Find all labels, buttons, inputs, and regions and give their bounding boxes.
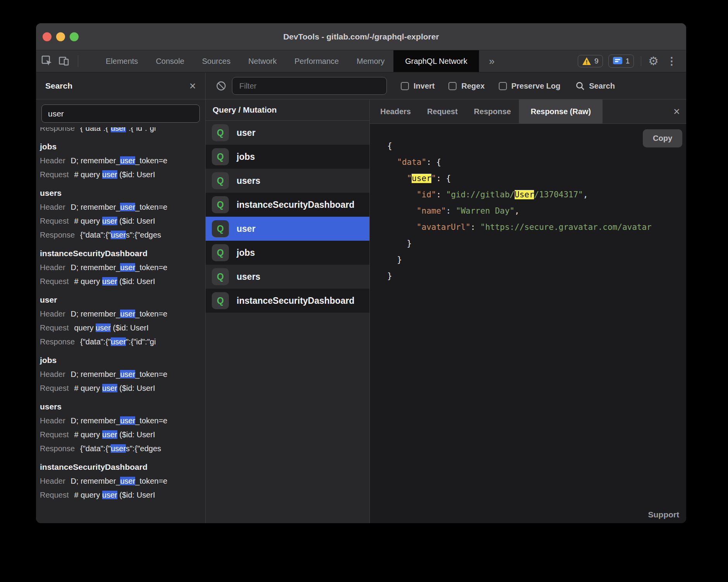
match-highlight: user <box>111 337 126 346</box>
query-row-users[interactable]: Qusers <box>206 169 369 193</box>
search-result-group: instanceSecurityDashboardHeaderD; rememb… <box>40 246 205 288</box>
zoom-window-button[interactable] <box>70 32 79 41</box>
query-row-users[interactable]: Qusers <box>206 265 369 289</box>
minimize-window-button[interactable] <box>56 32 65 41</box>
tab-sources[interactable]: Sources <box>193 50 239 72</box>
regex-checkbox[interactable] <box>448 82 457 90</box>
tab-console[interactable]: Console <box>147 50 193 72</box>
json-line: } <box>387 252 686 268</box>
result-group-title[interactable]: jobs <box>40 140 205 154</box>
search-result-line[interactable]: Request# query user ($id: UserI <box>40 428 205 442</box>
search-result-line[interactable]: HeaderD; remember_user_token=e <box>40 474 205 488</box>
search-result-line[interactable]: Request# query user ($id: UserI <box>40 274 205 288</box>
result-group-title[interactable]: users <box>40 186 205 200</box>
search-result-line[interactable]: HeaderD; remember_user_token=e <box>40 367 205 381</box>
tab-elements[interactable]: Elements <box>97 50 147 72</box>
query-row-instancesecuritydashboard[interactable]: QinstanceSecurityDashboard <box>206 193 369 217</box>
json-line: "id": "gid://gitlab/User/13704317", <box>387 187 686 203</box>
json-content: { "data": { "user": { "id": "gid://gitla… <box>387 138 686 284</box>
result-line-label: Header <box>40 263 65 272</box>
json-line: "user": { <box>387 170 686 187</box>
clear-log-icon[interactable] <box>216 80 227 91</box>
close-search-panel-icon[interactable]: × <box>189 80 196 92</box>
search-result-line[interactable]: Request# query user ($id: UserI <box>40 214 205 228</box>
search-result-line[interactable]: Requestquery user ($id: UserI <box>40 321 205 335</box>
detail-tab-response-raw[interactable]: Response (Raw) <box>519 99 603 123</box>
network-region: InvertRegexPreserve Log Search Query / M… <box>206 73 686 523</box>
toolbar-right-controls: 9 1 ⚙ ⋮ <box>578 50 679 72</box>
close-window-button[interactable] <box>43 32 52 41</box>
warnings-badge[interactable]: 9 <box>578 55 603 67</box>
result-line-label: Request <box>40 170 69 179</box>
query-row-label: users <box>237 272 260 282</box>
warning-triangle-icon <box>582 57 591 65</box>
detail-tab-headers[interactable]: Headers <box>372 99 419 123</box>
search-result-line[interactable]: HeaderD; remember_user_token=e <box>40 260 205 274</box>
result-line-text: D; remember_user_token=e <box>71 477 168 485</box>
result-group-title[interactable]: instanceSecurityDashboard <box>40 460 205 474</box>
invert-checkbox[interactable] <box>401 82 409 90</box>
preserve-log-checkbox[interactable] <box>499 82 507 90</box>
search-panel-title: Search <box>45 81 189 91</box>
copy-button[interactable]: Copy <box>643 129 682 147</box>
search-result-line[interactable]: Response{"data":{"users":{"edges <box>40 228 205 242</box>
support-link[interactable]: Support <box>648 510 679 519</box>
search-result-group: Response{"data":{"user":{"id":"gi <box>40 127 205 135</box>
query-row-user[interactable]: Quser <box>206 217 369 241</box>
result-group-title[interactable]: user <box>40 293 205 307</box>
search-input[interactable] <box>41 104 200 123</box>
search-result-line[interactable]: Request# query user ($id: UserI <box>40 488 205 502</box>
query-row-jobs[interactable]: Qjobs <box>206 241 369 265</box>
query-row-label: jobs <box>237 248 255 258</box>
devtools-tabs: ElementsConsoleSourcesNetworkPerformance… <box>97 50 479 72</box>
detail-tab-response[interactable]: Response <box>466 99 519 123</box>
result-line-label: Request <box>40 217 69 225</box>
detail-tabs: HeadersRequestResponseResponse (Raw)× <box>370 99 686 124</box>
result-group-title[interactable]: instanceSecurityDashboard <box>40 246 205 260</box>
tab-graphql-network[interactable]: GraphQL Network <box>393 50 479 72</box>
search-result-line[interactable]: HeaderD; remember_user_token=e <box>40 200 205 214</box>
close-detail-icon[interactable]: × <box>673 99 680 123</box>
tab-network[interactable]: Network <box>239 50 285 72</box>
search-toggle-button[interactable]: Search <box>575 81 615 91</box>
window-title: DevTools - gitlab.com/-/graphql-explorer <box>283 32 439 41</box>
query-row-instancesecuritydashboard[interactable]: QinstanceSecurityDashboard <box>206 289 369 313</box>
result-group-title[interactable]: users <box>40 400 205 414</box>
result-line-text: D; remember_user_token=e <box>71 416 168 425</box>
result-line-label: Header <box>40 416 65 425</box>
detail-panel: HeadersRequestResponseResponse (Raw)× Co… <box>370 99 686 523</box>
search-panel-header: Search × <box>36 73 205 99</box>
search-result-line[interactable]: HeaderD; remember_user_token=e <box>40 154 205 168</box>
query-type-badge: Q <box>212 292 229 309</box>
query-row-user[interactable]: Quser <box>206 121 369 145</box>
settings-gear-icon[interactable]: ⚙ <box>648 55 659 67</box>
json-line: } <box>387 268 686 284</box>
detail-tab-request[interactable]: Request <box>419 99 466 123</box>
search-result-line[interactable]: HeaderD; remember_user_token=e <box>40 414 205 428</box>
result-line-text: {"data":{"user":{"id":"gi <box>80 127 156 132</box>
query-list-panel: Query / Mutation QuserQjobsQusersQinstan… <box>206 99 370 523</box>
search-result-line[interactable]: Response{"data":{"user":{"id":"gi <box>40 127 205 135</box>
result-group-title[interactable]: jobs <box>40 353 205 367</box>
inspect-element-icon[interactable] <box>41 50 53 72</box>
search-result-line[interactable]: Request# query user ($id: UserI <box>40 168 205 181</box>
result-line-label: Response <box>40 231 75 239</box>
match-highlight: user <box>102 491 117 499</box>
search-result-line[interactable]: Response{"data":{"users":{"edges <box>40 442 205 455</box>
titlebar: DevTools - gitlab.com/-/graphql-explorer <box>36 23 686 50</box>
query-row-label: user <box>237 128 256 138</box>
search-result-group: usersHeaderD; remember_user_token=eReque… <box>40 186 205 242</box>
more-tabs-icon[interactable]: » <box>479 50 505 72</box>
tab-memory[interactable]: Memory <box>348 50 393 72</box>
kebab-menu-icon[interactable]: ⋮ <box>664 56 679 67</box>
tab-performance[interactable]: Performance <box>286 50 348 72</box>
filter-checkboxes: InvertRegexPreserve Log <box>387 82 560 91</box>
regex-label: Regex <box>461 82 484 91</box>
search-result-line[interactable]: Response{"data":{"user":{"id":"gi <box>40 335 205 349</box>
search-result-line[interactable]: HeaderD; remember_user_token=e <box>40 307 205 321</box>
issues-badge[interactable]: 1 <box>608 55 634 68</box>
search-result-line[interactable]: Request# query user ($id: UserI <box>40 381 205 395</box>
query-row-jobs[interactable]: Qjobs <box>206 145 369 169</box>
device-toolbar-icon[interactable] <box>58 50 70 72</box>
filter-input[interactable] <box>232 77 387 95</box>
